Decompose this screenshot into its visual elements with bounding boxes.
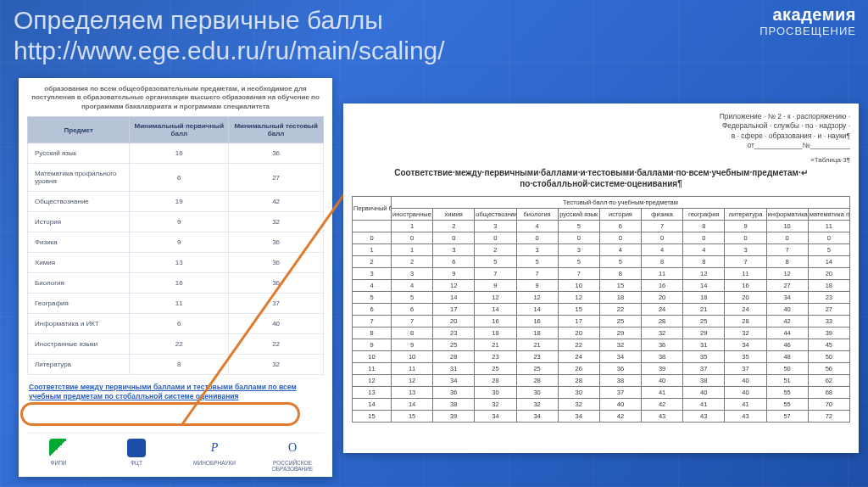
score-cell: 39 — [433, 410, 475, 422]
score-cell: 0 — [475, 232, 516, 244]
score-cell: 5 — [599, 255, 641, 267]
brand-line1: академия — [760, 5, 856, 25]
index-cell: 5 — [558, 220, 599, 232]
score-cell: 21 — [516, 339, 558, 350]
subject-header: русский язык — [558, 208, 599, 220]
footer-logos: ФИПИ ФЦТ Р МИНОБРНАУКИ О РОССИЙСКОЕ ОБРА… — [27, 433, 324, 472]
col-primary: Минимальный первичный балл — [130, 117, 229, 143]
score-cell: 8 — [599, 267, 641, 279]
score-cell: 24 — [642, 303, 683, 315]
table-cell: 36 — [229, 143, 324, 164]
score-cell: 34 — [558, 410, 599, 422]
table-row: 101028232324343835354850 — [353, 350, 850, 362]
score-cell: 5 — [392, 291, 433, 303]
index-cell: 4 — [516, 220, 558, 232]
table-row: Химия1336 — [28, 253, 324, 273]
score-cell: 68 — [808, 386, 849, 398]
score-cell: 37 — [683, 362, 725, 374]
score-cell: 12 — [683, 267, 725, 279]
score-cell: 6 — [392, 303, 433, 315]
score-cell: 10 — [392, 350, 433, 362]
score-cell: 20 — [433, 315, 475, 327]
primary-cell: 15 — [353, 410, 392, 422]
score-cell: 14 — [683, 279, 725, 291]
table-cell: 32 — [229, 212, 324, 232]
table-row: 5514121212182018203423 — [353, 291, 850, 303]
table-cell: 9 — [130, 212, 229, 232]
logo-fipi: ФИПИ — [27, 439, 90, 466]
score-cell: 44 — [766, 327, 808, 339]
score-cell: 14 — [475, 303, 516, 315]
score-cell: 8 — [642, 255, 683, 267]
table-row: Русский язык1636 — [28, 143, 324, 164]
score-cell: 48 — [766, 350, 808, 362]
score-cell: 18 — [599, 291, 641, 303]
score-cell: 8 — [766, 255, 808, 267]
table-row: Иностранные языки2222 — [28, 334, 324, 355]
score-cell: 11 — [725, 267, 766, 279]
table-cell: 9 — [130, 232, 229, 253]
score-cell: 42 — [599, 410, 641, 422]
score-cell: 15 — [599, 279, 641, 291]
score-cell: 32 — [599, 339, 641, 350]
primary-cell: 4 — [353, 279, 392, 291]
score-cell: 32 — [475, 398, 516, 410]
score-cell: 0 — [599, 232, 641, 244]
table-cell: Физика — [28, 232, 130, 253]
subject-header: информатика и ИКТ — [766, 208, 808, 220]
index-cell — [353, 220, 392, 232]
table-row: 131336303030374140405568 — [353, 386, 850, 398]
score-cell: 16 — [516, 315, 558, 327]
table-row: 141438323232404241415570 — [353, 398, 850, 410]
col-subject: Предмет — [28, 117, 130, 143]
primary-cell: 9 — [353, 339, 392, 350]
index-cell: 11 — [808, 220, 849, 232]
logo-label: ФЦТ — [105, 460, 168, 466]
minobr-icon: Р — [205, 439, 224, 457]
score-cell: 28 — [725, 315, 766, 327]
score-cell: 30 — [516, 386, 558, 398]
score-cell: 37 — [599, 386, 641, 398]
primary-cell: 14 — [353, 398, 392, 410]
score-cell: 0 — [725, 232, 766, 244]
table-cell: 36 — [229, 253, 324, 273]
score-cell: 12 — [558, 291, 599, 303]
subject-header: химия — [433, 208, 475, 220]
score-cell: 0 — [683, 232, 725, 244]
score-cell: 9 — [516, 279, 558, 291]
score-cell: 7 — [725, 255, 766, 267]
scale-table: Первичный балл Тестовый·балл·по·учебным·… — [352, 196, 850, 423]
table-cell: 11 — [130, 294, 229, 314]
index-cell: 8 — [683, 220, 725, 232]
table-row: 000000000000 — [353, 232, 850, 244]
hdr-primary: Первичный балл — [353, 196, 392, 220]
table-cell: 36 — [229, 273, 324, 294]
score-cell: 29 — [599, 327, 641, 339]
score-cell: 18 — [808, 279, 849, 291]
score-cell: 15 — [392, 410, 433, 422]
primary-cell: 6 — [353, 303, 392, 315]
score-cell: 0 — [516, 232, 558, 244]
score-cell: 22 — [558, 339, 599, 350]
score-cell: 28 — [558, 374, 599, 386]
correspondence-link[interactable]: Соответствие между первичными баллами и … — [27, 380, 324, 403]
score-cell: 6 — [433, 255, 475, 267]
score-cell: 62 — [808, 374, 849, 386]
primary-cell: 0 — [353, 232, 392, 244]
table-row: Информатика и ИКТ640 — [28, 314, 324, 334]
logo-label: ФИПИ — [27, 460, 90, 466]
score-cell: 28 — [475, 374, 516, 386]
table-row: 9925212122323631344645 — [353, 339, 850, 350]
score-cell: 28 — [642, 315, 683, 327]
fct-icon — [127, 439, 146, 457]
score-cell: 57 — [766, 410, 808, 422]
score-cell: 7 — [766, 244, 808, 255]
table-row: 111131252526363937375056 — [353, 362, 850, 374]
score-cell: 55 — [766, 386, 808, 398]
score-cell: 34 — [766, 291, 808, 303]
appendix-block: Приложение · № 2 · к · распоряжению · Фе… — [352, 112, 850, 151]
table-row: История932 — [28, 212, 324, 232]
table-row: 33977781112111220 — [353, 267, 850, 279]
score-cell: 3 — [558, 244, 599, 255]
score-cell: 34 — [433, 374, 475, 386]
